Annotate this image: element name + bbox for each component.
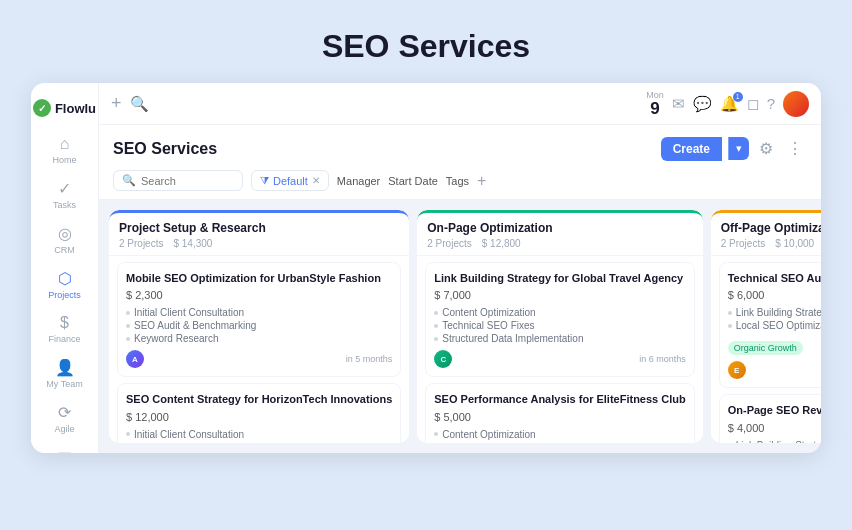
col-projects-onpage: 2 Projects xyxy=(427,238,471,249)
col-meta-offpage: 2 Projects $ 10,000 xyxy=(721,238,821,249)
card-seo-performance: SEO Performance Analysis for EliteFitnes… xyxy=(425,383,694,443)
filter-close-icon[interactable]: ✕ xyxy=(312,175,320,186)
card-tech-audit: Technical SEO Audit and Fix for EcoGreen… xyxy=(719,262,821,388)
card-tasks-link: Content Optimization Technical SEO Fixes… xyxy=(434,307,685,344)
manager-filter[interactable]: Manager xyxy=(337,175,380,187)
card-title-link: Link Building Strategy for Global Travel… xyxy=(434,271,685,285)
card-amount-revamp: $ 4,000 xyxy=(728,422,821,434)
card-avatar-link: C xyxy=(434,350,452,368)
card-task-l3: Structured Data Implementation xyxy=(434,333,685,344)
col-meta-onpage: 2 Projects $ 12,800 xyxy=(427,238,692,249)
content-header-top: SEO Services Create ▾ ⚙ ⋮ xyxy=(113,135,807,162)
card-footer-mobile-seo: A in 5 months xyxy=(126,350,392,368)
sidebar-item-tasks[interactable]: ✓ Tasks xyxy=(39,173,91,216)
sidebar: ✓ Flowlu ⌂ Home ✓ Tasks ◎ CRM ⬡ Projects… xyxy=(31,83,99,453)
start-date-filter[interactable]: Start Date xyxy=(388,175,438,187)
myteam-icon: 👤 xyxy=(55,358,75,377)
main-area: + 🔍 Mon 9 ✉ 💬 🔔 1 ◻ ? xyxy=(99,83,821,453)
col-body-onpage: Link Building Strategy for Global Travel… xyxy=(417,256,702,443)
logo-text: Flowlu xyxy=(55,101,96,116)
card-task-p1: Content Optimization xyxy=(434,429,685,440)
col-header-setup: Project Setup & Research 2 Projects $ 14… xyxy=(109,210,409,256)
sidebar-item-finance[interactable]: $ Finance xyxy=(39,308,91,350)
avatar[interactable] xyxy=(783,91,809,117)
help-button[interactable]: ? xyxy=(767,95,775,112)
card-seo-content: SEO Content Strategy for HorizonTech Inn… xyxy=(117,383,401,443)
sidebar-label-home: Home xyxy=(52,155,76,165)
content-title: SEO Services xyxy=(113,140,217,158)
sidebar-item-knowledge[interactable]: ◫ Knowledge Base xyxy=(39,442,91,453)
projects-icon: ⬡ xyxy=(58,269,72,288)
card-task-c2-1: Initial Client Consultation xyxy=(126,429,392,440)
filter-bar: 🔍 ⧩ Default ✕ Manager Start Date Tags + xyxy=(113,170,807,199)
more-options-button[interactable]: ⋮ xyxy=(783,135,807,162)
notification-button[interactable]: 🔔 1 xyxy=(720,95,739,113)
card-amount-perf: $ 5,000 xyxy=(434,411,685,423)
create-dropdown-button[interactable]: ▾ xyxy=(728,137,749,160)
topbar-left: + 🔍 xyxy=(111,93,638,114)
search-icon[interactable]: 🔍 xyxy=(130,95,149,113)
card-title-seo-content: SEO Content Strategy for HorizonTech Inn… xyxy=(126,392,392,406)
col-total-onpage: $ 12,800 xyxy=(482,238,521,249)
sidebar-item-agile[interactable]: ⟳ Agile xyxy=(39,397,91,440)
card-amount-audit: $ 6,000 xyxy=(728,289,821,301)
col-header-offpage: Off-Page Optimization 2 Projects $ 10,00… xyxy=(711,210,821,256)
sidebar-item-projects[interactable]: ⬡ Projects xyxy=(39,263,91,306)
finance-icon: $ xyxy=(60,314,69,332)
tags-filter[interactable]: Tags xyxy=(446,175,469,187)
app-window: ✓ Flowlu ⌂ Home ✓ Tasks ◎ CRM ⬡ Projects… xyxy=(31,83,821,453)
search-box[interactable]: 🔍 xyxy=(113,170,243,191)
sidebar-logo[interactable]: ✓ Flowlu xyxy=(33,93,96,127)
search-input[interactable] xyxy=(141,175,234,187)
card-task-3: Keyword Research xyxy=(126,333,392,344)
search-box-icon: 🔍 xyxy=(122,174,136,187)
card-time-link: in 6 months xyxy=(639,354,686,364)
col-title-setup: Project Setup & Research xyxy=(119,221,399,235)
message-button[interactable]: ◻ xyxy=(747,95,759,113)
sidebar-item-crm[interactable]: ◎ CRM xyxy=(39,218,91,261)
chat-button[interactable]: 💬 xyxy=(693,95,712,113)
card-tasks-seo-content: Initial Client Consultation SEO Audit & … xyxy=(126,429,392,443)
knowledge-icon: ◫ xyxy=(57,448,72,453)
tag-organic-growth-2: Organic Growth xyxy=(728,341,803,355)
col-total-offpage: $ 10,000 xyxy=(775,238,814,249)
filter-icon: ⧩ xyxy=(260,174,269,187)
card-task-l1: Content Optimization xyxy=(434,307,685,318)
card-time-mobile-seo: in 5 months xyxy=(346,354,393,364)
card-avatar-mobile-seo: A xyxy=(126,350,144,368)
create-button[interactable]: Create xyxy=(661,137,722,161)
column-onpage: On-Page Optimization 2 Projects $ 12,800… xyxy=(417,210,702,443)
card-footer-link: C in 6 months xyxy=(434,350,685,368)
home-icon: ⌂ xyxy=(60,135,70,153)
card-task-p2: Technical SEO Fixes xyxy=(434,442,685,443)
card-title-audit: Technical SEO Audit and Fix for EcoGreen… xyxy=(728,271,821,285)
sidebar-label-agile: Agile xyxy=(54,424,74,434)
column-offpage: Off-Page Optimization 2 Projects $ 10,00… xyxy=(711,210,821,443)
card-onpage-revamp: On-Page SEO Revamp for FutureWave Techno… xyxy=(719,394,821,443)
card-tasks-perf: Content Optimization Technical SEO Fixes… xyxy=(434,429,685,443)
sidebar-item-myteam[interactable]: 👤 My Team xyxy=(39,352,91,395)
filter-default-button[interactable]: ⧩ Default ✕ xyxy=(251,170,329,191)
card-tasks-revamp: Link Building Strategy Local SEO Optimiz… xyxy=(728,440,821,443)
sidebar-label-finance: Finance xyxy=(48,334,80,344)
sidebar-label-myteam: My Team xyxy=(46,379,82,389)
header-actions: Create ▾ ⚙ ⋮ xyxy=(661,135,807,162)
crm-icon: ◎ xyxy=(58,224,72,243)
col-header-onpage: On-Page Optimization 2 Projects $ 12,800 xyxy=(417,210,702,256)
card-amount-seo-content: $ 12,000 xyxy=(126,411,392,423)
mail-button[interactable]: ✉ xyxy=(672,95,685,113)
card-task-a1: Link Building Strategy xyxy=(728,307,821,318)
add-button[interactable]: + xyxy=(111,93,122,114)
card-task-a2: Local SEO Optimization xyxy=(728,320,821,331)
card-link-building: Link Building Strategy for Global Travel… xyxy=(425,262,694,377)
col-projects-offpage: 2 Projects xyxy=(721,238,765,249)
sidebar-item-home[interactable]: ⌂ Home xyxy=(39,129,91,171)
settings-button[interactable]: ⚙ xyxy=(755,135,777,162)
card-title-perf: SEO Performance Analysis for EliteFitnes… xyxy=(434,392,685,406)
card-task-l2: Technical SEO Fixes xyxy=(434,320,685,331)
add-filter-button[interactable]: + xyxy=(477,172,486,190)
agile-icon: ⟳ xyxy=(58,403,71,422)
card-mobile-seo: Mobile SEO Optimization for UrbanStyle F… xyxy=(117,262,401,377)
card-task-2: SEO Audit & Benchmarking xyxy=(126,320,392,331)
col-projects-setup: 2 Projects xyxy=(119,238,163,249)
